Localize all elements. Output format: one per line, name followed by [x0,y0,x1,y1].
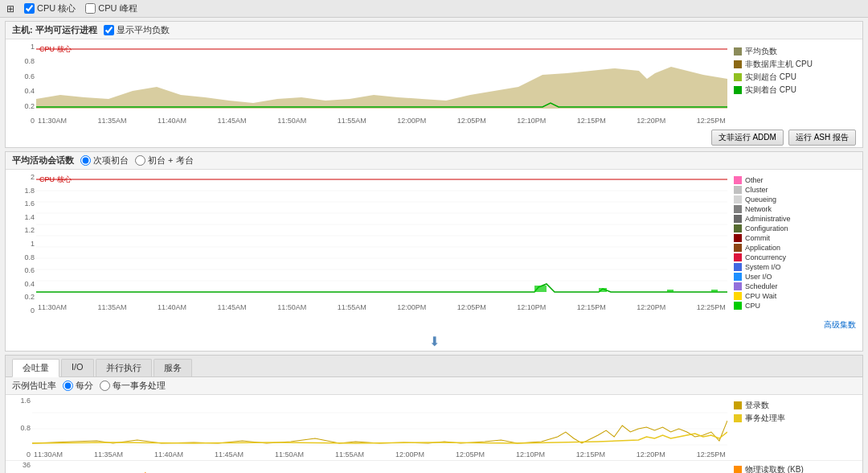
section2-chart: CPU 核心 [36,173,727,315]
section2-chart-area: 2 1.8 1.6 1.4 1.2 1 0.8 0.6 0.4 0.2 0 CP… [6,170,862,318]
legend-label-other: Other [745,176,764,184]
legend-item-physread: 物理读取数 (KB) [734,464,850,473]
section1-x-axis: 11:30AM 11:35AM 11:40AM 11:45AM 11:50AM … [36,117,727,125]
bottom-section: 示例告吐率 每分 每一事务处理 1.6 0.8 0 [5,377,863,473]
legend-color-sysio [734,263,742,271]
legend-color-admin [734,215,742,223]
bottom-radio2-label[interactable]: 每一事务处理 [100,380,166,392]
section2-header: 平均活动会话数 次项初台 初台 + 考台 [6,152,862,170]
legend-label-queueing: Queueing [745,195,776,204]
app-icon: ⊞ [6,3,14,14]
bottom-radio1[interactable] [63,380,73,391]
bottom-radio-group: 每分 每一事务处理 [63,380,166,392]
bottom-chart-area: 1.6 0.8 0 11:30AM 11:35AM 11:40AM 11:45A… [6,395,862,460]
bottom-legend: 登录数 事务处理率 [727,397,856,459]
legend-color-application [734,244,742,252]
tab-io[interactable]: I/O [61,359,94,376]
bottom-radio2[interactable] [100,380,110,391]
legend-color-cpu [734,302,742,310]
section1-chart: CPU 核心 11:30AM 11:35AM 11:40AM 11:45AM 1… [36,43,727,125]
legend-item-userio: User I/O [734,273,850,281]
radio-option1[interactable] [80,155,91,166]
legend-color-queueing [734,195,742,204]
bottom-header: 示例告吐率 每分 每一事务处理 [6,377,862,395]
tab-service[interactable]: 服务 [154,359,192,376]
legend-color-physread [734,466,742,473]
legend-color-cpuwait [734,292,742,300]
legend-item-cpuwait: CPU Wait [734,292,850,300]
section1-header: 主机: 平均可运行进程 显示平均负数 [6,22,862,39]
legend-color-userio [734,273,742,281]
legend-item-network: Network [734,205,850,213]
bottom-y-axis2: 36 18 [12,461,32,473]
download-icon[interactable]: ⬇ [429,335,440,348]
bottom-chart: 11:30AM 11:35AM 11:40AM 11:45AM 11:50AM … [32,397,727,459]
legend-label-concurrency: Concurrency [745,253,786,261]
legend-item-sysio: System I/O [734,263,850,271]
legend-color-scheduler [734,282,742,290]
legend-color-measured2 [734,86,742,94]
legend-label-logins: 登录数 [745,400,769,411]
radio-option2[interactable] [135,155,145,166]
legend-item-admin: Administrative [734,215,850,223]
show-avg-label: 显示平均负数 [117,24,170,36]
section2-cpu-label: CPU 核心 [39,175,72,185]
legend-color-avg [734,47,742,56]
legend-color-config [734,224,742,232]
legend-color-network [734,205,742,213]
legend-label-network: Network [745,205,772,213]
section2-download[interactable]: ⬇ [6,332,862,351]
legend-item-scheduler: Scheduler [734,282,850,290]
svg-rect-13 [667,290,674,292]
cpu-process-checkbox[interactable] [85,3,96,14]
section2-more-link[interactable]: 高级集数 [6,318,862,332]
legend-color-cluster [734,186,742,194]
section2-x-axis: 11:30AM 11:35AM 11:40AM 11:45AM 11:50AM … [36,303,727,311]
legend-color-txrate [734,414,742,422]
legend-label-userio: User I/O [745,273,772,281]
bottom-legend2: 物理读取数 (KB) [727,461,856,473]
legend-item: 实则着台 CPU [734,84,850,96]
bottom-radio1-text: 每分 [76,380,93,392]
section2-title: 平均活动会话数 [12,154,74,167]
legend-item-commit: Commit [734,234,850,242]
section1-title: 主机: 平均可运行进程 [12,24,97,36]
tab-parallel[interactable]: 并行执行 [96,359,152,376]
cpu-core-checkbox[interactable] [24,3,35,14]
legend-label-measured1: 实则超台 CPU [745,72,796,83]
legend-color-logins [734,401,742,409]
tab-throughput[interactable]: 会吐量 [12,359,59,377]
addm-button[interactable]: 文菲运行 ADDM [711,130,784,146]
show-avg-checkbox-label[interactable]: 显示平均负数 [104,24,170,36]
legend-item-application: Application [734,244,850,252]
section1-chart-area: 1 0.8 0.6 0.4 0.2 0 CPU 核心 11:30AM 11:35… [6,39,862,128]
legend-label-scheduler: Scheduler [745,282,778,290]
legend-label-config: Configuration [745,224,788,232]
section1-cpu-label: CPU 核心 [39,44,72,55]
svg-rect-11 [534,286,547,292]
section2-radio-group: 次项初台 初台 + 考台 [80,154,194,167]
legend-label-txrate: 事务处理率 [745,413,785,424]
ash-button[interactable]: 运行 ASH 报告 [788,130,856,146]
radio-option2-label[interactable]: 初台 + 考台 [135,154,194,167]
section-cpu-runqueue: 主机: 平均可运行进程 显示平均负数 1 0.8 0.6 0.4 0.2 0 C… [5,21,863,148]
more-link-text: 高级集数 [824,320,856,329]
radio-option2-text: 初台 + 考台 [148,154,194,167]
cpu-core-checkbox-label[interactable]: CPU 核心 [24,2,76,14]
legend-label-admin: Administrative [745,215,791,223]
legend-label-cluster: Cluster [745,186,768,194]
section1-buttons: 文菲运行 ADDM 运行 ASH 报告 [6,128,862,147]
legend-color-other [734,176,742,184]
legend-color-concurrency [734,253,742,261]
legend-item: 平均负数 [734,46,850,57]
radio-option1-text: 次项初台 [93,154,129,167]
show-avg-checkbox[interactable] [104,25,114,35]
bottom-radio1-label[interactable]: 每分 [63,380,93,392]
radio-option1-label[interactable]: 次项初台 [80,154,129,167]
tabs-bar: 会吐量 I/O 并行执行 服务 [6,356,862,377]
cpu-process-checkbox-label[interactable]: CPU 峰程 [85,2,137,14]
bottom-svg2 [32,461,727,473]
legend-label-sysio: System I/O [745,263,781,271]
legend-label-cpu: CPU [745,302,760,310]
svg-rect-12 [599,288,607,292]
